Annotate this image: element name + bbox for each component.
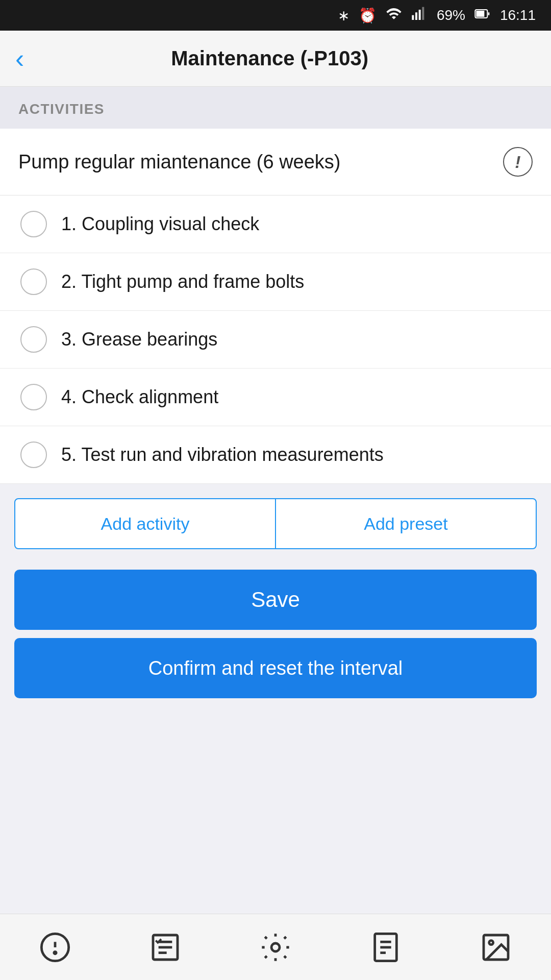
activities-list: 1. Coupling visual check 2. Tight pump a… xyxy=(0,195,551,484)
wifi-icon xyxy=(386,6,402,26)
confirm-reset-button[interactable]: Confirm and reset the interval xyxy=(14,638,537,698)
header: ‹ Maintenance (-P103) xyxy=(0,31,551,87)
list-item[interactable]: 4. Check alignment xyxy=(0,369,551,426)
activity-radio-2[interactable] xyxy=(20,268,47,295)
bluetooth-icon: ∗ xyxy=(338,7,349,24)
back-button[interactable]: ‹ xyxy=(15,45,24,72)
activity-label-5: 5. Test run and vibration measurements xyxy=(61,443,384,468)
page-title: Maintenance (-P103) xyxy=(34,47,505,70)
svg-rect-5 xyxy=(476,11,484,17)
signal-icon xyxy=(411,6,428,26)
preset-title: Pump regular miantenance (6 weeks) xyxy=(18,151,341,173)
list-item[interactable]: 5. Test run and vibration measurements xyxy=(0,426,551,484)
action-buttons-row: Add activity Add preset xyxy=(0,484,551,559)
svg-point-19 xyxy=(489,940,493,944)
activities-section-label: ACTIVITIES xyxy=(0,87,551,129)
add-preset-button[interactable]: Add preset xyxy=(276,498,537,549)
svg-point-8 xyxy=(54,951,56,953)
main-actions: Save Confirm and reset the interval xyxy=(0,559,551,698)
preset-info-icon[interactable]: ! xyxy=(503,147,533,177)
activity-radio-3[interactable] xyxy=(20,326,47,353)
status-bar: ∗ ⏰ 69% 16:11 xyxy=(0,0,551,31)
activity-label-1: 1. Coupling visual check xyxy=(61,212,259,237)
alert-nav-icon[interactable] xyxy=(35,927,76,968)
svg-point-13 xyxy=(271,943,280,951)
activity-radio-5[interactable] xyxy=(20,442,47,468)
svg-rect-1 xyxy=(415,12,417,20)
time: 16:11 xyxy=(500,7,536,23)
gear-nav-icon[interactable] xyxy=(255,927,296,968)
svg-rect-3 xyxy=(422,7,424,19)
checklist-nav-icon[interactable] xyxy=(145,927,186,968)
preset-row: Pump regular miantenance (6 weeks) ! xyxy=(0,129,551,195)
alarm-icon: ⏰ xyxy=(359,7,377,24)
activity-radio-1[interactable] xyxy=(20,211,47,237)
add-activity-button[interactable]: Add activity xyxy=(14,498,276,549)
save-button[interactable]: Save xyxy=(14,570,537,630)
svg-rect-2 xyxy=(419,10,421,20)
battery-percentage: 69% xyxy=(437,7,465,23)
image-nav-icon[interactable] xyxy=(475,927,516,968)
battery-icon xyxy=(474,6,491,26)
activity-radio-4[interactable] xyxy=(20,384,47,410)
activity-label-3: 3. Grease bearings xyxy=(61,327,217,352)
activity-label-4: 4. Check alignment xyxy=(61,385,218,410)
list-item[interactable]: 1. Coupling visual check xyxy=(0,195,551,253)
activity-label-2: 2. Tight pump and frame bolts xyxy=(61,270,304,295)
bottom-nav xyxy=(0,914,551,980)
list-item[interactable]: 3. Grease bearings xyxy=(0,311,551,369)
svg-rect-0 xyxy=(412,15,414,19)
document-nav-icon[interactable] xyxy=(365,927,406,968)
list-item[interactable]: 2. Tight pump and frame bolts xyxy=(0,253,551,311)
